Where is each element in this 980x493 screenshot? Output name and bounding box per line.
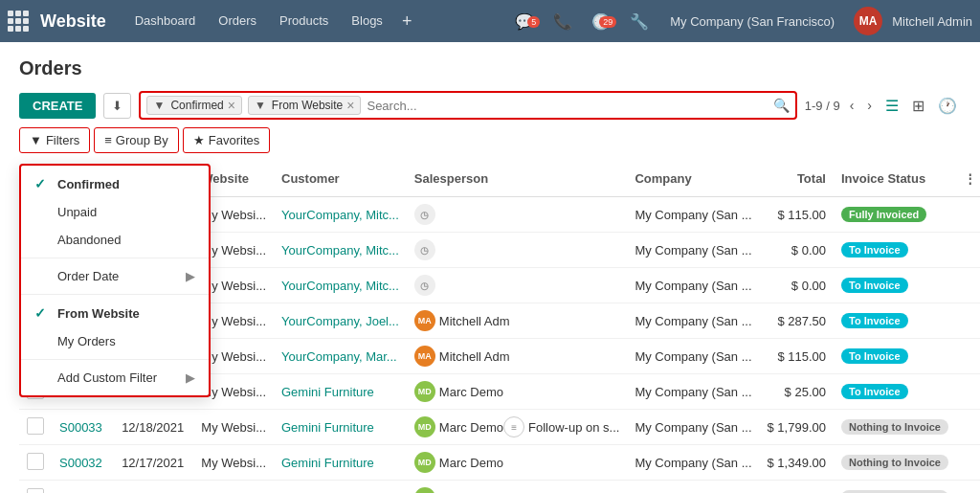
row-checkbox[interactable] — [27, 417, 44, 435]
dropdown-divider-3 — [21, 359, 209, 360]
order-status: Nothing to Invoice — [834, 445, 956, 481]
row-more[interactable] — [956, 268, 980, 303]
arrow-icon: ▶ — [186, 269, 195, 283]
col-header-more[interactable]: ⋮ — [956, 161, 980, 197]
order-total: $ 0.00 — [760, 233, 834, 268]
order-company: My Company (San ... — [627, 374, 759, 410]
add-menu-button[interactable]: + — [396, 11, 418, 32]
order-customer[interactable]: YourCompany, Mitc... — [281, 243, 399, 258]
avatar-marc: MD — [414, 416, 435, 437]
top-navigation: Website Dashboard Orders Products Blogs … — [0, 0, 980, 42]
filter-group-row: ▼ Filters ≡ Group By ★ Favorites ✓ Confi… — [19, 127, 961, 153]
salesperson-cell: MAMitchell Adm — [407, 303, 628, 339]
nav-orders[interactable]: Orders — [209, 0, 266, 42]
salesperson-cell: MDMarc Demo — [407, 481, 628, 494]
next-page-button[interactable]: › — [863, 96, 876, 115]
filter-item-abandoned[interactable]: Abandoned — [21, 226, 209, 254]
nav-blogs[interactable]: Blogs — [342, 0, 392, 42]
order-customer[interactable]: YourCompany, Mitc... — [281, 208, 399, 222]
row-more[interactable] — [956, 374, 980, 410]
search-icon[interactable]: 🔍 — [773, 98, 790, 113]
page-info: 1-9 / 9 — [805, 99, 840, 113]
favorites-button[interactable]: ★ Favorites — [183, 127, 270, 153]
activity-view-button[interactable]: 🕐 — [934, 95, 961, 117]
order-company: My Company (San ... — [627, 303, 759, 339]
row-more[interactable] — [956, 481, 980, 494]
row-more[interactable] — [956, 303, 980, 339]
filter-item-abandoned-label: Abandoned — [57, 233, 122, 247]
remove-from-website-filter[interactable]: × — [346, 99, 354, 112]
remove-confirmed-filter[interactable]: × — [228, 99, 235, 112]
order-website: My Websi... — [193, 445, 274, 481]
group-by-button[interactable]: ≡ Group By — [94, 127, 179, 153]
avatar[interactable]: MA — [854, 7, 882, 35]
filter-item-from-website[interactable]: ✓ From Website — [21, 299, 209, 327]
col-header-company: Company — [627, 161, 759, 197]
row-more[interactable] — [956, 197, 980, 233]
create-button[interactable]: CREATE — [19, 93, 96, 119]
table-row: S00033 12/18/2021 My Websi... Gemini Fur… — [19, 410, 980, 445]
row-more[interactable] — [956, 339, 980, 374]
grid-view-button[interactable]: ⊞ — [908, 95, 928, 117]
order-website: My Websi... — [193, 410, 274, 445]
order-website: My Websi... — [193, 481, 274, 494]
avatar-marc: MD — [414, 487, 435, 493]
filter-item-custom[interactable]: Add Custom Filter ▶ — [21, 364, 209, 392]
group-by-icon: ≡ — [104, 133, 112, 147]
table-row: S00032 12/17/2021 My Websi... Gemini Fur… — [19, 445, 980, 481]
prev-page-button[interactable]: ‹ — [846, 96, 858, 115]
order-customer[interactable]: YourCompany, Mar... — [281, 349, 397, 364]
pagination: 1-9 / 9 ‹ › ☰ ⊞ 🕐 — [805, 95, 961, 117]
filter-funnel-icon: ▼ — [30, 133, 42, 147]
filter-item-my-orders[interactable]: My Orders — [21, 327, 209, 355]
order-customer[interactable]: Gemini Furniture — [281, 456, 374, 470]
order-customer[interactable]: Gemini Furniture — [281, 420, 374, 435]
order-number[interactable]: S00033 — [59, 420, 102, 435]
col-header-customer: Customer — [274, 161, 407, 197]
phone-icon[interactable]: 📞 — [546, 12, 580, 31]
filter-item-confirmed[interactable]: ✓ Confirmed — [21, 169, 209, 198]
order-total: $ 115.00 — [760, 339, 834, 374]
nav-products[interactable]: Products — [270, 0, 338, 42]
row-checkbox[interactable] — [27, 453, 44, 470]
row-more[interactable] — [956, 445, 980, 481]
order-number[interactable]: S00032 — [59, 456, 102, 470]
chat-icon[interactable]: 💬5 — [507, 12, 542, 31]
salesperson-cell: MDMarc Demo — [407, 445, 628, 481]
wrench-icon[interactable]: 🔧 — [622, 12, 657, 31]
order-company: My Company (San ... — [627, 339, 759, 374]
order-date: 12/18/2021 — [114, 410, 193, 445]
search-input[interactable] — [367, 99, 767, 113]
company-name[interactable]: My Company (San Francisco) — [660, 14, 844, 29]
download-button[interactable]: ⬇ — [103, 93, 131, 119]
order-total: $ 25.00 — [760, 374, 834, 410]
filters-button[interactable]: ▼ Filters — [19, 127, 90, 153]
apps-grid-icon[interactable] — [8, 11, 29, 32]
filter-tag-confirmed: ▼ Confirmed × — [146, 96, 241, 115]
filter-item-unpaid[interactable]: Unpaid — [21, 198, 209, 226]
order-customer[interactable]: YourCompany, Joel... — [281, 314, 399, 328]
order-customer[interactable]: Gemini Furniture — [281, 385, 374, 399]
col-header-salesperson: Salesperson — [407, 161, 628, 197]
salesperson-cell: ◷ — [407, 197, 628, 233]
salesperson-cell: MDMarc Demo≡Follow-up on s... — [407, 410, 628, 445]
star-icon: ★ — [193, 133, 205, 147]
list-view-button[interactable]: ☰ — [881, 95, 902, 117]
filter-tag-confirmed-label: Confirmed — [170, 99, 223, 112]
filter-item-custom-label: Add Custom Filter — [57, 370, 157, 385]
clock-icon[interactable]: 🕐29 — [584, 12, 618, 31]
avatar-marc: MD — [414, 381, 435, 402]
order-status: To Invoice — [834, 303, 956, 339]
row-more[interactable] — [956, 233, 980, 268]
filter-item-order-date-label: Order Date — [57, 269, 119, 283]
row-checkbox[interactable] — [27, 488, 44, 494]
filter-item-unpaid-label: Unpaid — [57, 205, 97, 219]
row-more[interactable] — [956, 410, 980, 445]
order-customer[interactable]: YourCompany, Mitc... — [281, 279, 399, 293]
filter-dropdown: ✓ Confirmed Unpaid Abandoned Order Date … — [19, 164, 211, 397]
filter-item-order-date[interactable]: Order Date ▶ — [21, 262, 209, 290]
order-status: Nothing to Invoice — [834, 481, 956, 494]
salesperson-cell: MDMarc Demo — [407, 374, 628, 410]
nav-dashboard[interactable]: Dashboard — [125, 0, 206, 42]
order-status: To Invoice — [834, 233, 956, 268]
